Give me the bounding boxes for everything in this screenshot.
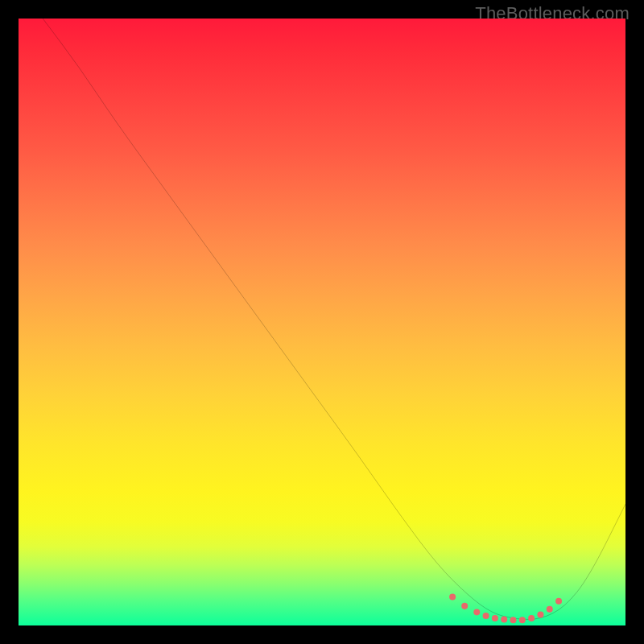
marker-dot [492,615,498,621]
marker-dot [483,613,489,619]
chart-frame: TheBottleneck.com [0,0,644,644]
marker-dot [501,616,507,622]
plot-area [19,19,625,625]
marker-dot [537,611,543,617]
marker-dot [519,617,526,623]
curve-line [43,19,625,619]
chart-svg [19,19,625,625]
marker-dot [510,617,517,623]
marker-dot [473,609,480,615]
marker-dot [449,594,456,601]
marker-dot [547,606,553,613]
marker-dot [528,615,535,621]
optimal-zone-markers [449,594,562,624]
marker-dot [555,598,562,605]
marker-dot [461,603,468,609]
